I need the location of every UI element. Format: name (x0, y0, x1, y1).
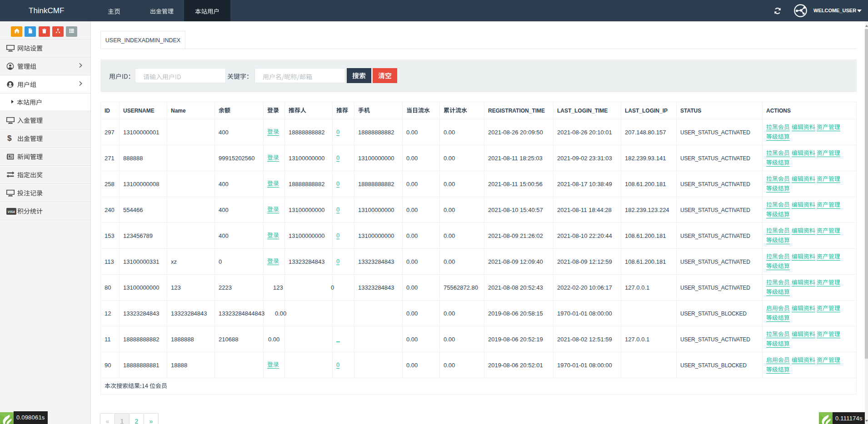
svg-text:VISA: VISA (8, 210, 15, 213)
